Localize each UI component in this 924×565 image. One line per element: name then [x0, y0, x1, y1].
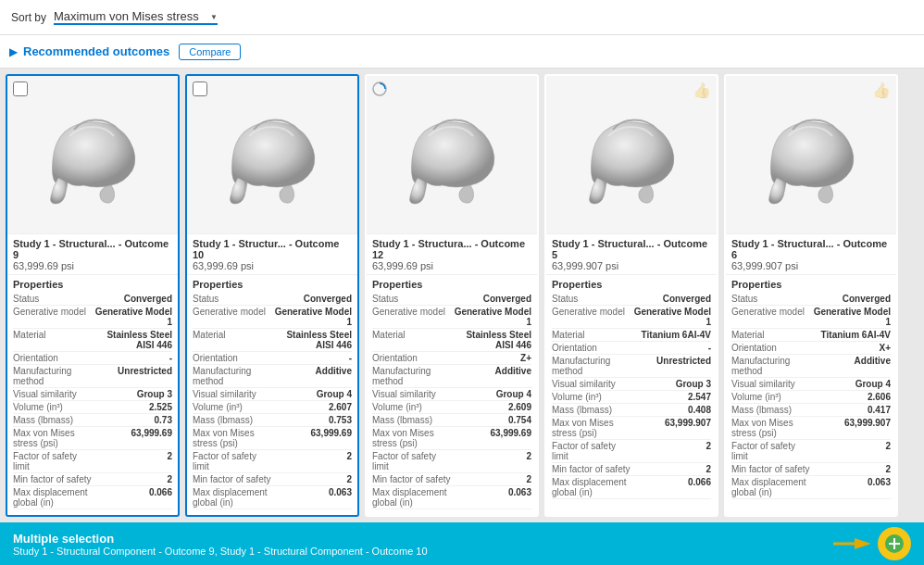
prop-row: Orientation-: [552, 342, 711, 355]
prop-label: Max von Mises stress (psi): [731, 418, 811, 438]
prop-row: Generative modelGenerative Model 1: [372, 306, 531, 329]
prop-row: Orientation-: [193, 352, 352, 365]
card-value: 63,999.69 psi: [13, 260, 172, 271]
prop-value: 2: [452, 451, 531, 471]
prop-value: Titanium 6AI-4V: [631, 330, 711, 340]
prop-label: Manufacturing method: [552, 356, 631, 376]
prop-value: 63,999.69: [452, 428, 531, 448]
prop-value: 2: [631, 441, 711, 461]
props-header: Properties: [731, 279, 891, 290]
prop-row: Manufacturing methodUnrestricted: [552, 355, 711, 378]
prop-value: Group 3: [93, 389, 172, 399]
card-checkbox[interactable]: [13, 82, 28, 96]
svg-rect-5: [889, 543, 900, 545]
props-header: Properties: [372, 279, 531, 290]
prop-row: Volume (in³)2.606: [731, 391, 891, 404]
prop-label: Mass (lbmass): [372, 415, 452, 425]
prop-label: Mass (lbmass): [193, 415, 272, 425]
status-icon: [372, 82, 387, 96]
card-title: Study 1 - Structur... - Outcome 10: [193, 238, 352, 260]
prop-label: Status: [193, 294, 272, 304]
prop-value: 0.063: [452, 487, 531, 508]
card-value: 63,999.69 psi: [372, 260, 531, 271]
prop-value: Group 4: [272, 389, 352, 399]
card-image-area: [7, 76, 178, 233]
recommended-label: Recommended outcomes: [23, 44, 169, 58]
prop-label: Max displacement global (in): [552, 477, 631, 497]
card-card-5[interactable]: 👍 Study 1 - Structural... - Outcome 663,…: [724, 74, 898, 517]
prop-value: Generative Model 1: [93, 307, 172, 327]
prop-value: 2: [272, 474, 352, 484]
compare-action-button[interactable]: [878, 527, 911, 560]
prop-label: Visual similarity: [13, 389, 93, 399]
prop-value: 63,999.907: [811, 418, 891, 438]
prop-value: 2.525: [93, 402, 172, 412]
prop-label: Mass (lbmass): [552, 405, 631, 415]
prop-value: Additive: [452, 366, 531, 386]
card-image-area: 👍: [726, 76, 896, 233]
prop-value: -: [93, 353, 172, 363]
compare-button[interactable]: Compare: [179, 44, 241, 60]
card-checkbox[interactable]: [193, 82, 207, 96]
prop-row: Manufacturing methodAdditive: [193, 365, 352, 388]
prop-value: Generative Model 1: [631, 307, 711, 327]
prop-label: Max displacement global (in): [193, 487, 272, 508]
prop-label: Factor of safety limit: [552, 441, 631, 461]
prop-label: Min factor of safety: [193, 474, 272, 484]
prop-label: Status: [13, 294, 93, 304]
prop-value: Stainless Steel AISI 446: [452, 330, 531, 350]
prop-row: Factor of safety limit2: [552, 440, 711, 463]
prop-label: Orientation: [13, 353, 93, 363]
prop-row: Visual similarityGroup 3: [552, 378, 711, 391]
card-card-3[interactable]: Study 1 - Structura... - Outcome 1263,99…: [365, 74, 539, 517]
prop-value: Stainless Steel AISI 446: [93, 330, 172, 350]
prop-label: Volume (in³): [13, 402, 93, 412]
multi-select-info: Multiple selection Study 1 - Structural …: [13, 532, 428, 557]
prop-label: Material: [193, 330, 272, 350]
prop-row: Min factor of safety2: [552, 463, 711, 476]
prop-row: Mass (lbmass)0.417: [731, 404, 891, 417]
chevron-right-icon[interactable]: ▶: [9, 45, 18, 58]
prop-label: Min factor of safety: [372, 474, 452, 484]
prop-row: Factor of safety limit2: [731, 440, 891, 463]
prop-row: Visual similarityGroup 3: [13, 388, 172, 401]
prop-value: Converged: [272, 294, 352, 304]
prop-row: MaterialStainless Steel AISI 446: [13, 329, 172, 352]
prop-value: 0.408: [631, 405, 711, 415]
prop-label: Generative model: [372, 307, 452, 327]
prop-value: 2.609: [452, 402, 531, 412]
cards-container: Study 1 - Structural... - Outcome 963,99…: [0, 69, 924, 522]
prop-label: Manufacturing method: [13, 366, 93, 386]
prop-row: Mass (lbmass)0.753: [193, 414, 352, 427]
prop-value: 2.607: [272, 402, 352, 412]
card-title-area: Study 1 - Structural... - Outcome 963,99…: [7, 233, 178, 274]
card-card-2[interactable]: Study 1 - Structur... - Outcome 1063,999…: [185, 74, 359, 517]
prop-value: 0.417: [811, 405, 891, 415]
prop-value: Converged: [93, 294, 172, 304]
prop-label: Factor of safety limit: [372, 451, 452, 471]
prop-row: MaterialTitanium 6AI-4V: [731, 329, 891, 342]
like-icon[interactable]: 👍: [872, 82, 891, 99]
prop-label: Factor of safety limit: [193, 451, 272, 471]
prop-row: Generative modelGenerative Model 1: [731, 306, 891, 329]
prop-row: OrientationZ+: [372, 352, 531, 365]
card-title: Study 1 - Structura... - Outcome 12: [372, 238, 531, 260]
prop-label: Material: [731, 330, 811, 340]
prop-row: Min factor of safety2: [193, 473, 352, 486]
prop-row: Manufacturing methodAdditive: [372, 365, 531, 388]
prop-value: 0.063: [272, 487, 352, 508]
prop-value: Stainless Steel AISI 446: [272, 330, 352, 350]
card-card-1[interactable]: Study 1 - Structural... - Outcome 963,99…: [6, 74, 180, 517]
prop-value: Unrestricted: [93, 366, 172, 386]
prop-row: MaterialStainless Steel AISI 446: [193, 329, 352, 352]
prop-row: Mass (lbmass)0.754: [372, 414, 531, 427]
card-props: PropertiesStatusConvergedGenerative mode…: [726, 274, 896, 515]
like-icon[interactable]: 👍: [693, 82, 711, 99]
prop-row: Min factor of safety2: [731, 463, 891, 476]
card-card-4[interactable]: 👍 Study 1 - Structural... - Outcome 563,…: [544, 74, 718, 517]
prop-value: 0.063: [811, 477, 891, 497]
prop-value: 2: [811, 441, 891, 461]
sort-dropdown[interactable]: Maximum von Mises stress Factor of safet…: [54, 9, 218, 25]
bottom-bar: Multiple selection Study 1 - Structural …: [0, 522, 924, 565]
prop-value: Converged: [631, 294, 711, 304]
